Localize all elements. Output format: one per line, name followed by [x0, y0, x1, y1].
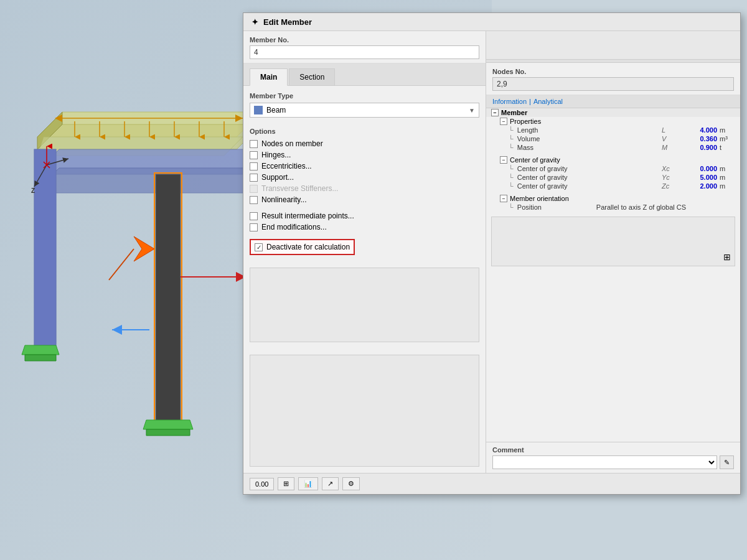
svg-text:Z: Z — [31, 187, 35, 194]
prop-mass-name: Mass — [517, 144, 659, 151]
prop-volume-value: 0.360 — [683, 135, 717, 142]
member-type-section: Member Type Beam ▼ — [243, 86, 486, 124]
tree-cog-row: − Center of gravity — [495, 156, 740, 164]
tree-line-position: └ — [509, 203, 514, 211]
svg-marker-9 — [22, 345, 59, 355]
tab-main[interactable]: Main — [250, 68, 288, 86]
comment-dropdown[interactable] — [492, 455, 717, 469]
checkbox-nodes-on-member[interactable] — [250, 140, 258, 148]
prop-length-symbol: L — [662, 126, 680, 134]
prop-yc-value: 5.000 — [683, 174, 717, 181]
right-top-preview — [486, 31, 740, 60]
option-nonlinearity-label: Nonlinearity... — [261, 195, 306, 204]
deactivate-row[interactable]: Deactivate for calculation — [250, 239, 355, 255]
prop-zc-value: 2.000 — [683, 182, 717, 190]
tree-volume-row: └ Volume V 0.360 m³ — [504, 134, 740, 143]
prop-mass-value: 0.900 — [683, 144, 717, 151]
prop-length-unit: m — [720, 126, 735, 134]
left-preview-box2 — [250, 355, 479, 467]
member-no-input[interactable] — [250, 45, 479, 59]
comment-edit-button[interactable]: ✎ — [720, 455, 734, 469]
tree-properties-row: − Properties — [495, 117, 740, 126]
tree-length-row: └ Length L 4.000 m — [504, 126, 740, 134]
checkbox-eccentricities[interactable] — [250, 162, 258, 170]
option-eccentricities[interactable]: Eccentricities... — [250, 161, 479, 172]
prop-volume-name: Volume — [517, 135, 659, 142]
nodes-no-input[interactable] — [492, 77, 734, 91]
tree-line-xc: └ — [509, 165, 514, 172]
analytical-label[interactable]: Analytical — [533, 98, 563, 105]
option-eccentricities-label: Eccentricities... — [261, 162, 312, 170]
prop-mass-unit: t — [720, 144, 735, 151]
prop-xc-name: Center of gravity — [517, 165, 659, 172]
tab-section[interactable]: Section — [289, 68, 335, 85]
toolbar-settings-btn[interactable]: ⚙ — [342, 477, 360, 490]
right-panel: Nodes No. Information | Analytical − Mem… — [486, 31, 740, 473]
options-section: Options Nodes on member Hinges... Eccent… — [243, 124, 486, 261]
prop-yc-name: Center of gravity — [517, 174, 659, 181]
checkbox-deactivate[interactable] — [255, 243, 263, 251]
prop-length-value: 4.000 — [683, 126, 717, 134]
left-preview-box1 — [250, 268, 479, 342]
toolbar-graph-btn[interactable]: 📊 — [298, 477, 318, 490]
prop-length-name: Length — [517, 126, 659, 134]
option-end-modifications-label: End modifications... — [261, 223, 327, 231]
tabs-row: Main Section — [243, 63, 486, 86]
option-support-label: Support... — [261, 173, 294, 182]
checkbox-support[interactable] — [250, 174, 258, 182]
graph-icon: 📊 — [304, 480, 312, 488]
option-nonlinearity[interactable]: Nonlinearity... — [250, 194, 479, 205]
dialog-titlebar: ✦ Edit Member — [243, 13, 740, 31]
number-icon: 0.00 — [255, 480, 268, 488]
toolbar-arrow-btn[interactable]: ↗ — [322, 477, 339, 490]
svg-rect-11 — [156, 174, 181, 423]
tree-zc-row: └ Center of gravity Zc 2.000 m — [504, 182, 740, 190]
comment-label: Comment — [492, 446, 734, 454]
info-label[interactable]: Information — [492, 98, 527, 105]
prop-yc-unit: m — [720, 174, 735, 181]
arrow-icon: ↗ — [327, 480, 333, 488]
left-panel: Member No. Main Section Member Type Beam… — [243, 31, 486, 473]
checkbox-nonlinearity[interactable] — [250, 196, 258, 204]
right-preview-area: ⊞ — [491, 217, 735, 266]
deactivate-label: Deactivate for calculation — [266, 243, 350, 251]
tree-expand-orientation[interactable]: − — [500, 195, 507, 202]
tree-line-mass: └ — [509, 144, 514, 151]
option-support[interactable]: Support... — [250, 172, 479, 183]
checkbox-hinges[interactable] — [250, 151, 258, 159]
option-transverse-stiffeners: Transverse Stiffeners... — [250, 183, 479, 194]
prop-zc-unit: m — [720, 182, 735, 190]
checkbox-end-modifications[interactable] — [250, 223, 258, 231]
member-type-value: Beam — [266, 106, 286, 114]
option-transverse-stiffeners-label: Transverse Stiffeners... — [261, 184, 338, 193]
bottom-toolbar: 0.00 ⊞ 📊 ↗ ⚙ — [243, 473, 740, 494]
edit-member-dialog: ✦ Edit Member Member No. Main Section Me… — [243, 12, 741, 495]
option-result-intermediate[interactable]: Result intermediate points... — [250, 210, 479, 222]
option-nodes-on-member[interactable]: Nodes on member — [250, 138, 479, 149]
prop-position-name: Position — [517, 203, 573, 211]
checkbox-transverse-stiffeners — [250, 185, 258, 193]
option-hinges[interactable]: Hinges... — [250, 149, 479, 161]
toolbar-number-btn[interactable]: 0.00 — [250, 478, 274, 490]
tree-xc-row: └ Center of gravity Xc 0.000 m — [504, 164, 740, 173]
svg-marker-16 — [146, 429, 190, 436]
info-separator: | — [529, 98, 531, 105]
grid-view-icon[interactable]: ⊞ — [723, 252, 731, 262]
prop-xc-symbol: Xc — [662, 165, 680, 172]
member-type-dropdown[interactable]: Beam ▼ — [250, 103, 479, 118]
member-type-color — [254, 106, 263, 114]
option-nodes-on-member-label: Nodes on member — [261, 139, 323, 148]
tree-yc-row: └ Center of gravity Yc 5.000 m — [504, 173, 740, 182]
tree-member-row: − Member — [486, 108, 740, 117]
tree-expand-cog[interactable]: − — [500, 156, 507, 164]
settings-icon: ⚙ — [348, 480, 354, 488]
checkbox-result-intermediate[interactable] — [250, 212, 258, 220]
tree-expand-member[interactable]: − — [491, 109, 499, 116]
dialog-icon: ✦ — [250, 17, 260, 27]
option-end-modifications[interactable]: End modifications... — [250, 222, 479, 233]
toolbar-table-btn[interactable]: ⊞ — [278, 477, 294, 490]
prop-xc-unit: m — [720, 165, 735, 172]
tree-line-yc: └ — [509, 174, 514, 181]
tree-expand-properties[interactable]: − — [500, 118, 507, 125]
comment-row: ✎ — [492, 455, 734, 469]
